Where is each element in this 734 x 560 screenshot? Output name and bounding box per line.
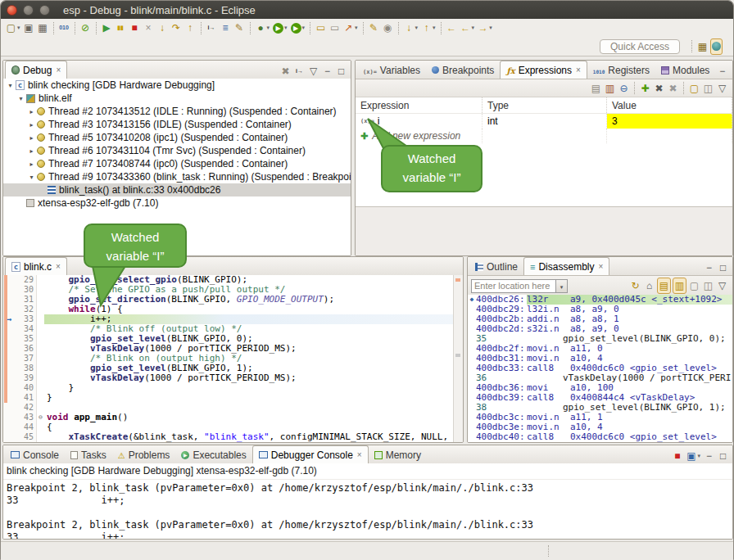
snapshot-icon[interactable]: ◉ <box>382 20 394 35</box>
step-return-icon[interactable]: ↑ <box>184 20 197 35</box>
flash-launch-icon[interactable]: ↗▾ <box>342 20 359 35</box>
location-dropdown-icon[interactable]: ▾ <box>556 279 568 293</box>
close-icon[interactable]: × <box>56 66 61 75</box>
tab-breakpoints[interactable]: Breakpoints <box>426 61 500 79</box>
expand-icon[interactable]: ▸ <box>27 108 36 115</box>
view-menu-icon[interactable]: ▽ <box>307 64 319 79</box>
debug-tree-row[interactable]: ▸Thread #2 1073413512 (IDLE : Running) (… <box>3 105 351 118</box>
debug-tree-row[interactable]: ▸Thread #5 1073410208 (ipc1) (Suspended … <box>3 131 351 144</box>
maximize-icon[interactable]: □ <box>730 64 733 79</box>
annotation-ruler-cell[interactable] <box>3 383 14 393</box>
debug-tree-row[interactable]: ▸Thread #7 1073408744 (ipc0) (Suspended … <box>3 157 351 170</box>
expand-icon[interactable]: ▾ <box>27 174 36 181</box>
debug-tree-row[interactable]: ▾Thread #9 1073433360 (blink_task : Runn… <box>3 170 351 183</box>
debug-perspective-icon[interactable] <box>710 38 723 55</box>
debug-tree-row[interactable]: ▾blink checking [GDB Hardware Debugging] <box>3 79 351 92</box>
track-pc-icon[interactable]: ▤ <box>657 278 671 294</box>
code-editor[interactable]: 29 gpio_pad_select_gpio(BLINK_GPIO);30 /… <box>3 275 454 442</box>
tab-disassembly[interactable]: Disassembly × <box>523 257 609 275</box>
collapse-all-icon[interactable]: ⊖ <box>618 81 630 96</box>
annotation-ruler-cell[interactable] <box>3 334 14 344</box>
minimize-icon[interactable]: − <box>703 449 715 463</box>
terminate-console-icon[interactable]: ■ <box>671 449 683 463</box>
annotation-ruler-cell[interactable] <box>3 413 14 422</box>
tab-memory[interactable]: Memory <box>369 446 427 463</box>
expand-icon[interactable]: ▾ <box>6 82 15 89</box>
expand-icon[interactable]: ▸ <box>27 134 36 142</box>
minimize-icon[interactable]: − <box>321 64 333 79</box>
annotation-ruler-cell[interactable] <box>3 373 14 383</box>
step-into-icon[interactable]: ↓ <box>156 20 169 35</box>
debug-tree-row[interactable]: blink_task() at blink.c:33 0x400dbc26 <box>3 183 351 196</box>
tab-outline[interactable]: Outline <box>469 258 523 275</box>
build-binary-icon[interactable]: 010 <box>58 20 70 35</box>
expand-icon[interactable]: ▾ <box>16 95 25 102</box>
expand-icon[interactable]: ▸ <box>27 160 36 168</box>
overview-change-mark[interactable] <box>455 278 460 282</box>
terminate-icon[interactable]: ■ <box>129 20 141 35</box>
open-project-icon[interactable]: ▭ <box>315 20 327 35</box>
tab-expressions[interactable]: Expressions × <box>500 61 587 79</box>
disconnect-icon[interactable]: × <box>143 20 155 35</box>
tab-registers[interactable]: Registers <box>587 61 655 79</box>
external-tools-icon[interactable]: ▶▾ <box>290 20 306 35</box>
pin-view-icon[interactable]: ◫ <box>702 81 714 96</box>
tab-console[interactable]: Console <box>5 446 65 463</box>
quick-access-button[interactable]: Quick Access <box>600 39 680 54</box>
console-output[interactable]: Breakpoint 2, blink_task (pvParameter=0x… <box>3 480 732 539</box>
tab-tasks[interactable]: Tasks <box>65 446 112 463</box>
tab-executables[interactable]: Executables <box>175 446 251 463</box>
debug-tree-row[interactable]: ▸Thread #6 1073431104 (Tmr Svc) (Suspend… <box>3 144 351 157</box>
remove-expression-icon[interactable]: ✖ <box>653 81 665 96</box>
format-icon[interactable]: ✎ <box>368 20 380 35</box>
annotation-ruler-cell[interactable] <box>3 432 14 442</box>
forward-icon[interactable]: →▾ <box>477 20 493 35</box>
remove-all-terminated-icon[interactable]: ✖ <box>279 64 292 79</box>
new-wizard-icon[interactable]: ▢▾ <box>5 20 21 35</box>
tab-modules[interactable]: Modules <box>655 61 715 79</box>
annotation-ruler-cell[interactable] <box>3 305 14 314</box>
annotation-ruler-cell[interactable]: → <box>3 314 14 324</box>
tab-problems[interactable]: Problems <box>112 446 176 463</box>
annotation-ruler-cell[interactable] <box>3 354 14 364</box>
editor-line[interactable]: 41} <box>3 393 454 403</box>
resume-icon[interactable]: ▶ <box>101 20 113 35</box>
annotation-ruler-cell[interactable] <box>3 324 14 334</box>
editor-line[interactable]: 40 } <box>3 383 454 393</box>
close-icon[interactable]: × <box>357 451 362 459</box>
trace-control-icon[interactable]: ✎ <box>233 20 246 35</box>
close-icon[interactable]: × <box>598 263 603 271</box>
minimize-icon[interactable]: − <box>716 64 728 79</box>
last-edit-location-icon[interactable]: ↓▾ <box>403 20 419 35</box>
remove-all-expressions-icon[interactable]: ✖ <box>667 81 679 96</box>
column-expression[interactable]: Expression <box>356 97 483 113</box>
maximize-icon[interactable]: □ <box>717 449 729 463</box>
save-all-icon[interactable]: ▦ <box>37 20 49 35</box>
tab-debugger-console[interactable]: Debugger Console × <box>252 445 369 463</box>
go-to-line-icon[interactable]: ↑▾ <box>420 20 437 35</box>
tab-debug[interactable]: Debug × <box>5 61 67 79</box>
add-expression-icon[interactable]: ✚ <box>639 81 651 96</box>
close-icon[interactable]: × <box>56 263 61 271</box>
annotation-ruler-cell[interactable] <box>3 285 14 295</box>
debug-tree-row[interactable]: ▸Thread #3 1073413156 (IDLE) (Suspended … <box>3 118 351 131</box>
expand-icon[interactable]: ▸ <box>27 147 36 155</box>
view-menu-icon[interactable]: ▽ <box>716 81 728 96</box>
disassembly-listing[interactable]: ◆400dbc26:l32r a9, 0x400d045c <_stext+10… <box>468 295 732 442</box>
view-menu-icon[interactable]: ▽ <box>716 278 728 293</box>
annotation-ruler-cell[interactable] <box>3 364 14 373</box>
tab-blink-c[interactable]: blink.c × <box>5 257 67 275</box>
annotation-ruler-cell[interactable] <box>3 403 14 413</box>
fold-icon[interactable]: ⊖ <box>37 413 44 422</box>
skip-all-breakpoints-icon[interactable]: ⊘ <box>79 20 92 35</box>
back-history-icon[interactable]: ← <box>446 20 458 35</box>
instruction-step-toggle-icon[interactable]: i→ <box>293 64 306 79</box>
step-over-icon[interactable]: ↷ <box>170 20 183 35</box>
annotation-ruler-cell[interactable] <box>3 295 14 305</box>
minimize-button[interactable] <box>23 5 34 16</box>
back-icon[interactable]: ←▾ <box>460 20 476 35</box>
debug-tree-row[interactable]: xtensa-esp32-elf-gdb (7.10) <box>3 196 351 210</box>
display-selected-console-icon[interactable]: ▣▾ <box>685 449 701 463</box>
maximize-icon[interactable]: □ <box>335 64 347 79</box>
expand-icon[interactable]: ▸ <box>27 121 36 129</box>
